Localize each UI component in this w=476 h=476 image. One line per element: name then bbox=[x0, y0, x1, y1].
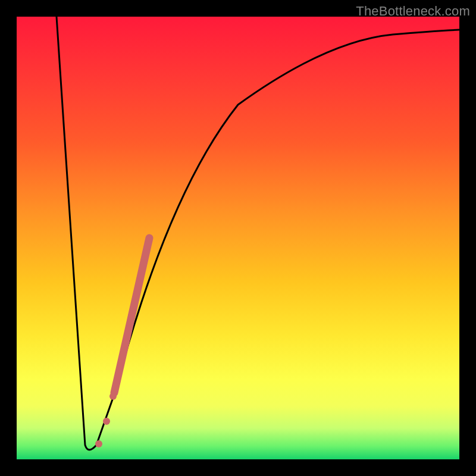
watermark-text: TheBottleneck.com bbox=[356, 4, 470, 19]
curve-svg bbox=[17, 17, 459, 459]
highlight-band bbox=[114, 238, 149, 393]
highlight-dot bbox=[103, 418, 110, 425]
chart-frame: TheBottleneck.com bbox=[0, 0, 476, 476]
highlight-dot bbox=[109, 393, 117, 400]
plot-area bbox=[17, 17, 459, 459]
highlight-dot bbox=[95, 440, 102, 447]
